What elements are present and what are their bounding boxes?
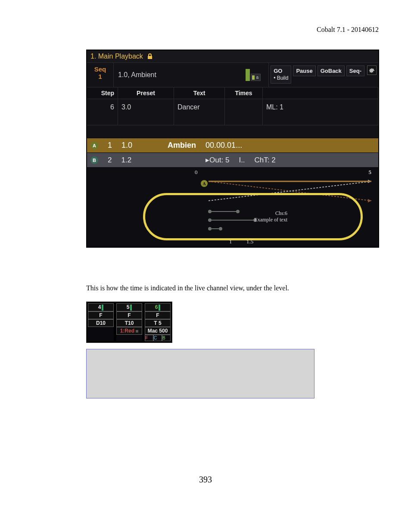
b-out: ▸Out: 5 — [206, 156, 229, 165]
ch-num: 5 — [116, 303, 142, 311]
seq-info-text: 1.0, Ambient — [118, 71, 156, 79]
seq-minus-button[interactable]: Seq- — [346, 65, 364, 76]
ch-fcb: F C B — [145, 335, 171, 341]
tick-0: 0 — [195, 169, 198, 176]
go-button[interactable]: GO • Build — [271, 65, 291, 84]
seq-label: Seq — [87, 65, 113, 73]
playback-controls: GO • Build Pause GoBack Seq- — [268, 63, 378, 87]
col-preset: Preset — [118, 87, 174, 99]
tick-5: 5 — [369, 169, 372, 176]
example-text: Example of text — [236, 217, 287, 223]
page-header: Cobalt 7.1 - 20140612 — [317, 26, 379, 34]
ch-red: 1:Red — [116, 327, 142, 335]
sequence-row: Seq 1 1.0, Ambient a GO • Build Pause Go… — [87, 62, 378, 87]
seq-number: 1 — [87, 73, 113, 80]
table-row[interactable]: 6 3.0 Dancer ML: 1 — [87, 99, 378, 125]
chip-label: a — [255, 75, 260, 80]
b-cht: ChT: 2 — [255, 156, 276, 165]
cell-text: Dancer — [174, 99, 225, 125]
a-num: 1 — [108, 141, 112, 150]
cell-ml: ML: 1 — [263, 99, 378, 125]
tick-1: 1 — [229, 238, 232, 245]
ch-delay: D10 — [88, 319, 114, 327]
ch-mac: Mac 500 — [145, 327, 171, 335]
ch-val: F — [88, 311, 114, 319]
gear-icon[interactable] — [367, 65, 377, 75]
goback-button[interactable]: GoBack — [318, 65, 345, 76]
note-box — [86, 349, 314, 398]
ch-val: F — [116, 311, 142, 319]
svg-marker-1 — [368, 199, 371, 202]
chs-text: Chs:6 — [236, 210, 287, 217]
cell-step: 6 — [87, 99, 118, 125]
col-text: Text — [174, 87, 225, 99]
panel-title: 1. Main Playback — [90, 53, 143, 60]
ch-val: F — [145, 311, 171, 319]
active-row-b[interactable]: B 2 1.2 ▸Out: 5 I.. ChT: 2 — [87, 153, 378, 167]
channel-6: 6 F T 5 Mac 500 F C B — [145, 303, 171, 341]
b-num: 2 — [108, 156, 112, 165]
panel-title-bar: 1. Main Playback — [87, 50, 378, 62]
timeline: 0 5 A Chs:6 Example of text 1 1.5 — [87, 167, 378, 247]
ch-time: T 5 — [145, 319, 171, 327]
main-playback-panel: 1. Main Playback Seq 1 1.0, Ambient a GO… — [86, 50, 379, 248]
caption-text: This is how the time is indicated in the… — [86, 284, 379, 292]
a-preset: 1.0 — [121, 141, 132, 150]
b-in: I.. — [239, 156, 245, 165]
ch-num: 4 — [88, 303, 114, 311]
seq-info: 1.0, Ambient a — [114, 63, 268, 87]
timeline-badge-a: A — [201, 180, 208, 187]
ch-num: 6 — [145, 303, 171, 311]
seq-box[interactable]: Seq 1 — [87, 63, 114, 87]
badge-a: A — [90, 142, 98, 149]
svg-point-13 — [219, 227, 222, 230]
a-text: Ambien — [168, 141, 196, 150]
page-number: 393 — [0, 475, 411, 485]
active-row-a[interactable]: A 1 1.0 Ambien 00.00.01... — [87, 138, 378, 153]
channel-5: 5 F T10 1:Red — [116, 303, 142, 341]
cell-preset: 3.0 — [118, 99, 174, 125]
level-indicator: a — [246, 69, 261, 81]
channel-view: 4 F D10 5 F T10 1:Red 6 F T 5 Mac 500 F … — [86, 302, 172, 343]
lock-icon — [146, 53, 153, 60]
a-time: 00.00.01... — [206, 141, 242, 150]
col-times: Times — [225, 87, 263, 99]
badge-b: B — [90, 156, 98, 164]
col-step: Step — [87, 87, 118, 99]
columns-header: Step Preset Text Times — [87, 87, 378, 99]
ch-time: T10 — [116, 319, 142, 327]
b-preset: 1.2 — [121, 156, 131, 165]
timeline-labels: Chs:6 Example of text — [236, 210, 287, 223]
tick-1-5: 1.5 — [246, 238, 253, 245]
channel-4: 4 F D10 — [88, 303, 114, 341]
pause-button[interactable]: Pause — [293, 65, 315, 76]
